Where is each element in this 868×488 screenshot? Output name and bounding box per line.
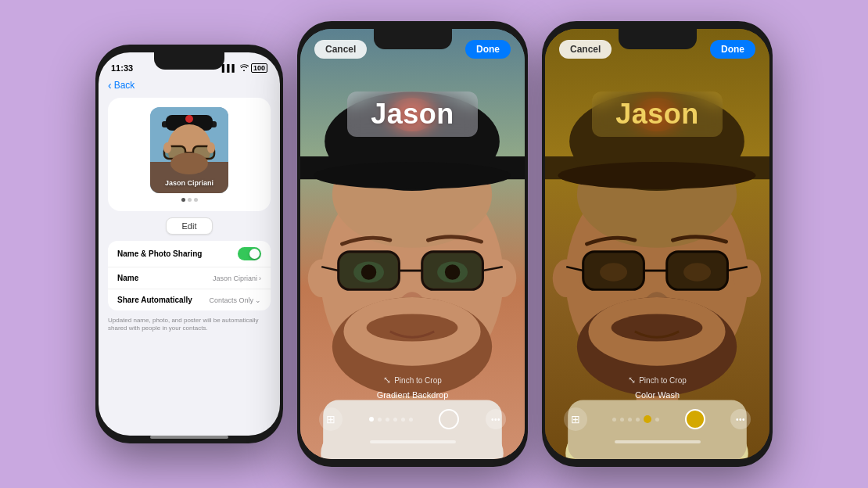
notch-3 (619, 29, 697, 49)
svg-point-20 (489, 259, 516, 297)
page-dot-2-1 (369, 417, 374, 422)
phone-1-screen: 11:33 ▌▌▌ 100 ‹ Back (99, 52, 280, 436)
notch-2 (374, 29, 452, 49)
phone-3-controls: ⊞ ••• (545, 407, 769, 431)
page-dot-3-5 (644, 415, 651, 423)
color-swatch-2[interactable] (439, 409, 459, 429)
back-button[interactable]: ‹ Back (108, 79, 135, 92)
chevron-icon-2: ⌄ (255, 296, 261, 304)
page-dot-2-2 (378, 418, 382, 422)
cancel-button-2[interactable]: Cancel (314, 40, 367, 59)
name-label: Name (117, 274, 138, 282)
contact-avatar: Jason Cipriani (150, 107, 228, 193)
svg-point-12 (163, 142, 171, 153)
page-dot-2-6 (409, 418, 413, 422)
pinch-hint-2: ⤡ Pinch to Crop (300, 375, 525, 386)
phone-3-content: P (545, 29, 769, 459)
page-dot-2-3 (386, 418, 389, 422)
svg-point-53 (558, 162, 756, 189)
contact-name-area-2: Jason (300, 92, 525, 137)
settings-panel: Name & Photo Sharing Name Jason Cipriani… (108, 241, 271, 310)
done-button-3[interactable]: Done (710, 40, 755, 59)
photo-icon-2: ⊞ (326, 413, 335, 425)
photo-icon-3: ⊞ (571, 413, 580, 425)
pinch-hint-3: ⤡ Pinch to Crop (545, 375, 769, 386)
page-dot-2-5 (401, 418, 405, 422)
status-time: 11:33 (111, 63, 133, 73)
card-page-dots (181, 198, 198, 202)
svg-point-13 (207, 142, 215, 153)
photo-library-button-3[interactable]: ⊞ (564, 407, 587, 431)
page-dot-3-6 (655, 418, 659, 422)
phone-1: 11:33 ▌▌▌ 100 ‹ Back (95, 45, 283, 443)
footer-note: Updated name, photo, and poster will be … (108, 317, 271, 333)
dot-3 (194, 198, 198, 202)
page-dot-3-2 (620, 418, 624, 422)
phone-2-controls: ⊞ ••• (300, 407, 525, 431)
home-bar-3 (615, 440, 701, 443)
name-row[interactable]: Name Jason Cipriani › (108, 267, 271, 289)
phone-2-content: P (300, 29, 525, 459)
chevron-icon: › (259, 274, 261, 282)
svg-point-62 (683, 263, 711, 281)
pinch-icon-2: ⤡ (383, 375, 391, 386)
svg-point-4 (185, 115, 193, 123)
done-button-2[interactable]: Done (465, 40, 511, 59)
photo-library-button-2[interactable]: ⊞ (319, 407, 343, 431)
name-value: Jason Cipriani › (213, 274, 261, 282)
more-button-3[interactable]: ••• (730, 409, 751, 429)
contact-name-3: Jason (592, 92, 723, 137)
cancel-button-3[interactable]: Cancel (559, 40, 612, 59)
edit-button[interactable]: Edit (166, 217, 213, 235)
home-bar-2 (370, 440, 456, 443)
navigation-bar: ‹ Back (99, 76, 280, 98)
page-dots-3 (612, 415, 659, 423)
more-icon-3: ••• (736, 415, 745, 424)
back-chevron-icon: ‹ (108, 79, 112, 92)
page-dot-3-1 (612, 418, 616, 422)
notch (154, 52, 224, 70)
svg-point-36 (445, 264, 460, 279)
svg-point-25 (314, 162, 511, 189)
page-dots-2 (369, 417, 413, 422)
share-auto-label: Share Automatically (117, 296, 192, 304)
name-photo-sharing-label: Name & Photo Sharing (117, 249, 202, 258)
phone-2-screen: P (300, 29, 525, 459)
phone-1-content: 11:33 ▌▌▌ 100 ‹ Back (99, 52, 280, 436)
page-dot-3-3 (628, 418, 632, 422)
share-automatically-row[interactable]: Share Automatically Contacts Only ⌄ (108, 289, 271, 310)
contact-name-area-3: Jason (545, 92, 769, 137)
contact-name-overlay: Jason Cipriani (150, 179, 228, 187)
phone-2-bottom: ⤡ Pinch to Crop Gradient Backdrop ⊞ (300, 375, 525, 459)
wifi-icon (239, 63, 249, 73)
more-icon-2: ••• (491, 415, 500, 424)
phone-3: P (542, 21, 773, 467)
color-swatch-3[interactable] (685, 409, 705, 429)
dot-1 (181, 198, 185, 202)
style-label-2: Gradient Backdrop (300, 390, 525, 400)
svg-point-47 (553, 259, 580, 297)
page-dot-3-4 (636, 418, 640, 422)
dot-2 (188, 198, 192, 202)
page-dot-2-4 (393, 418, 397, 422)
edit-button-container: Edit (108, 217, 271, 235)
more-button-2[interactable]: ••• (486, 409, 506, 429)
sharing-toggle[interactable] (238, 247, 261, 260)
back-label: Back (114, 80, 135, 91)
contact-card: Jason Cipriani (108, 98, 271, 211)
phone-2: P (297, 21, 528, 467)
phone-3-bottom: ⤡ Pinch to Crop Color Wash ⊞ (545, 375, 769, 459)
share-auto-value: Contacts Only ⌄ (209, 296, 261, 304)
svg-point-11 (170, 152, 208, 174)
signal-icon: ▌▌▌ (222, 64, 237, 72)
name-photo-sharing-row[interactable]: Name & Photo Sharing (108, 241, 271, 267)
phone-3-screen: P (545, 29, 769, 459)
home-indicator (150, 436, 228, 439)
battery-icon: 100 (251, 63, 267, 73)
status-icons: ▌▌▌ 100 (222, 63, 267, 73)
svg-point-19 (308, 259, 335, 297)
pinch-icon-3: ⤡ (628, 375, 636, 386)
svg-point-61 (600, 263, 627, 281)
svg-point-48 (733, 259, 761, 297)
svg-point-35 (361, 264, 376, 279)
